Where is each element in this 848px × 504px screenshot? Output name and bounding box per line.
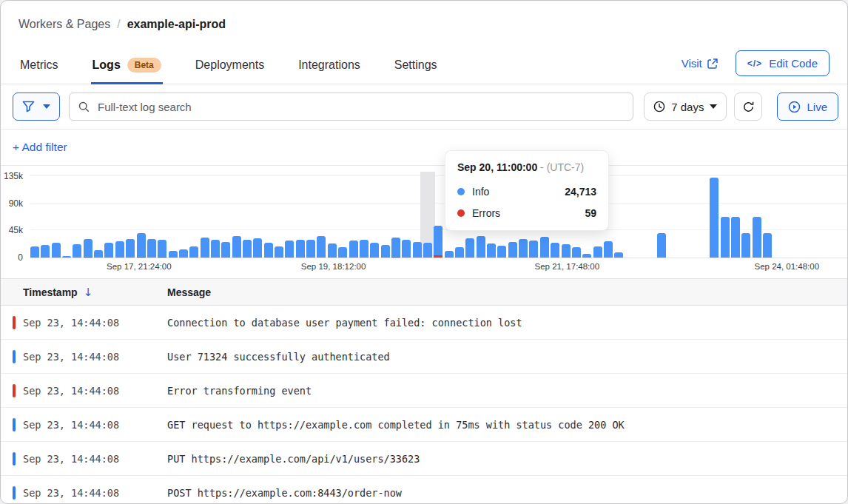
message-header-label: Message	[167, 286, 211, 298]
table-row[interactable]: Sep 23, 14:44:08PUT https://example.com/…	[1, 442, 847, 476]
chart-bar[interactable]	[657, 233, 666, 258]
chart-bar[interactable]	[593, 246, 602, 258]
chart-bar[interactable]	[328, 243, 337, 258]
chart-bar[interactable]	[614, 252, 623, 258]
tab-metrics[interactable]: Metrics	[18, 48, 60, 84]
live-label: Live	[807, 101, 827, 113]
chart-bar[interactable]	[338, 247, 347, 258]
chart-bar[interactable]	[391, 238, 400, 258]
chart-bar[interactable]	[402, 240, 411, 258]
chart-bar[interactable]	[137, 233, 146, 258]
chart-bar[interactable]	[434, 226, 442, 258]
chart-bar[interactable]	[413, 242, 422, 258]
table-row[interactable]: Sep 23, 14:44:08Error transforming event	[1, 374, 847, 408]
chart-bar[interactable]	[126, 239, 135, 258]
chart-bar[interactable]	[721, 217, 730, 258]
chart-bar[interactable]	[285, 241, 294, 258]
chart-bar[interactable]	[221, 242, 230, 258]
log-volume-chart: 135k90k45k0 Sep 17, 21:24:00Sep 19, 18:1…	[1, 166, 847, 278]
tab-logs[interactable]: LogsBeta	[91, 48, 163, 84]
chart-bar[interactable]	[62, 256, 71, 258]
chart-bar[interactable]	[275, 246, 283, 258]
chart-bar[interactable]	[84, 239, 92, 258]
chart-bar[interactable]	[423, 243, 432, 258]
timestamp-cell: Sep 23, 14:44:08	[1, 486, 155, 500]
chart-bar[interactable]	[264, 243, 273, 258]
chart-bar[interactable]	[349, 241, 358, 258]
chart-bar[interactable]	[232, 236, 241, 258]
play-circle-icon	[788, 101, 801, 113]
chart-bar[interactable]	[296, 240, 305, 258]
chart-bar[interactable]	[540, 237, 549, 258]
chart-bar[interactable]	[477, 236, 485, 258]
chart-bar[interactable]	[317, 236, 326, 258]
chart-bar[interactable]	[147, 239, 156, 258]
chart-bar[interactable]	[487, 243, 496, 258]
add-filter-button[interactable]: + Add filter	[13, 141, 67, 153]
chart-bar[interactable]	[710, 178, 719, 258]
chart-bar[interactable]	[179, 249, 188, 258]
filter-menu-button[interactable]	[13, 93, 60, 121]
chart-bar[interactable]	[445, 251, 454, 258]
time-range-button[interactable]: 7 days	[644, 93, 727, 121]
live-button[interactable]: Live	[777, 93, 838, 121]
chart-bar[interactable]	[465, 238, 474, 258]
column-header-timestamp[interactable]: Timestamp ↓	[1, 286, 155, 299]
table-row[interactable]: Sep 23, 14:44:08Connection to database u…	[1, 306, 847, 340]
breadcrumb-section[interactable]: Workers & Pages	[18, 16, 110, 33]
refresh-button[interactable]	[734, 93, 762, 121]
tab-deployments[interactable]: Deployments	[194, 48, 266, 84]
chart-bar[interactable]	[582, 254, 591, 258]
header-actions: Visit </> Edit Code	[682, 50, 830, 84]
edit-code-button[interactable]: </> Edit Code	[736, 50, 830, 76]
chart-bar[interactable]	[94, 250, 103, 258]
external-link-icon	[707, 58, 718, 69]
visit-link[interactable]: Visit	[682, 57, 718, 70]
chart-bar[interactable]	[455, 247, 464, 258]
chart-bar[interactable]	[551, 243, 559, 258]
chart-bar[interactable]	[201, 238, 209, 258]
chart-bar[interactable]	[115, 241, 124, 258]
clock-icon	[653, 101, 665, 112]
chart-bar[interactable]	[497, 246, 506, 258]
chart-bar[interactable]	[41, 245, 50, 258]
tabs: MetricsLogsBetaDeploymentsIntegrationsSe…	[18, 48, 439, 84]
chart-bar[interactable]	[741, 233, 750, 258]
tooltip-timezone: - (UTC-7)	[540, 161, 584, 173]
beta-badge: Beta	[127, 58, 161, 73]
chart-bar[interactable]	[243, 240, 252, 258]
tooltip-rows: Info24,713Errors59	[457, 186, 596, 219]
timestamp-text: Sep 23, 14:44:08	[23, 351, 119, 363]
chart-bar[interactable]	[169, 251, 178, 258]
chart-bar[interactable]	[381, 245, 390, 258]
chart-bar[interactable]	[306, 240, 315, 258]
chart-bar[interactable]	[73, 244, 81, 258]
chart-bar[interactable]	[211, 240, 220, 258]
tab-settings[interactable]: Settings	[393, 48, 439, 84]
chart-bar[interactable]	[519, 239, 528, 258]
chart-bar[interactable]	[529, 241, 538, 258]
chart-bar[interactable]	[158, 240, 166, 258]
chevron-down-icon	[710, 104, 717, 109]
chart-bar[interactable]	[508, 242, 517, 258]
chart-bar[interactable]	[52, 243, 61, 258]
chart-bar[interactable]	[104, 243, 113, 258]
chart-bar[interactable]	[731, 217, 740, 258]
chart-bar[interactable]	[572, 247, 581, 258]
chart-bar[interactable]	[604, 241, 613, 258]
chart-bar[interactable]	[562, 244, 571, 258]
chart-bar[interactable]	[253, 238, 262, 258]
tab-label: Metrics	[20, 58, 58, 72]
search-input[interactable]	[96, 100, 624, 114]
chart-bar[interactable]	[189, 246, 198, 258]
chart-bar[interactable]	[360, 240, 369, 258]
chart-bar[interactable]	[30, 246, 39, 258]
tab-integrations[interactable]: Integrations	[297, 48, 362, 84]
table-row[interactable]: Sep 23, 14:44:08User 71324 successfully …	[1, 340, 847, 374]
chart-bar[interactable]	[763, 233, 772, 258]
chart-bar[interactable]	[370, 243, 379, 258]
tooltip-title: Sep 20, 11:00:00 - (UTC-7)	[457, 161, 596, 173]
chart-bar[interactable]	[753, 217, 761, 258]
table-row[interactable]: Sep 23, 14:44:08GET request to https://e…	[1, 408, 847, 442]
table-row[interactable]: Sep 23, 14:44:08POST https://example.com…	[1, 476, 847, 504]
